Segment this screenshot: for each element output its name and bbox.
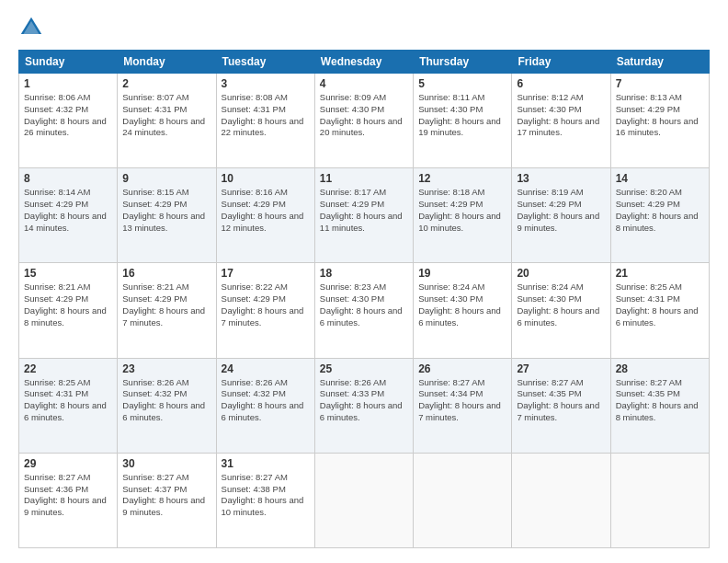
day-number: 29 [24, 457, 112, 470]
day-number: 8 [24, 172, 112, 185]
day-info: Sunrise: 8:27 AMSunset: 4:36 PMDaylight:… [24, 472, 107, 517]
calendar-cell: 23 Sunrise: 8:26 AMSunset: 4:32 PMDaylig… [118, 358, 216, 453]
calendar-cell: 21 Sunrise: 8:25 AMSunset: 4:31 PMDaylig… [610, 263, 709, 358]
day-info: Sunrise: 8:27 AMSunset: 4:34 PMDaylight:… [418, 377, 501, 422]
day-info: Sunrise: 8:24 AMSunset: 4:30 PMDaylight:… [517, 282, 599, 327]
calendar-cell: 17 Sunrise: 8:22 AMSunset: 4:29 PMDaylig… [216, 263, 314, 358]
day-info: Sunrise: 8:16 AMSunset: 4:29 PMDaylight:… [222, 187, 304, 232]
day-number: 19 [418, 267, 506, 280]
day-info: Sunrise: 8:07 AMSunset: 4:31 PMDaylight:… [122, 92, 205, 137]
day-number: 15 [24, 267, 112, 280]
day-number: 9 [122, 172, 210, 185]
calendar-cell: 31 Sunrise: 8:27 AMSunset: 4:38 PMDaylig… [216, 453, 314, 547]
day-info: Sunrise: 8:17 AMSunset: 4:29 PMDaylight:… [320, 187, 403, 232]
day-number: 5 [418, 77, 506, 90]
calendar-cell: 30 Sunrise: 8:27 AMSunset: 4:37 PMDaylig… [118, 453, 216, 547]
day-number: 1 [24, 77, 112, 90]
day-info: Sunrise: 8:25 AMSunset: 4:31 PMDaylight:… [616, 282, 699, 327]
day-number: 7 [616, 77, 704, 90]
calendar-cell: 9 Sunrise: 8:15 AMSunset: 4:29 PMDayligh… [118, 168, 216, 263]
day-number: 24 [222, 362, 310, 375]
day-info: Sunrise: 8:14 AMSunset: 4:29 PMDaylight:… [24, 187, 107, 232]
day-info: Sunrise: 8:19 AMSunset: 4:29 PMDaylight:… [517, 187, 599, 232]
day-info: Sunrise: 8:13 AMSunset: 4:29 PMDaylight:… [616, 92, 699, 137]
day-number: 14 [616, 172, 704, 185]
col-header-thursday: Thursday [414, 51, 512, 74]
day-info: Sunrise: 8:18 AMSunset: 4:29 PMDaylight:… [418, 187, 501, 232]
day-number: 3 [222, 77, 310, 90]
day-number: 18 [320, 267, 408, 280]
calendar-cell: 20 Sunrise: 8:24 AMSunset: 4:30 PMDaylig… [512, 263, 610, 358]
calendar-cell: 11 Sunrise: 8:17 AMSunset: 4:29 PMDaylig… [314, 168, 413, 263]
calendar-cell: 4 Sunrise: 8:09 AMSunset: 4:30 PMDayligh… [314, 74, 413, 168]
col-header-monday: Monday [118, 51, 216, 74]
day-number: 21 [616, 267, 704, 280]
calendar-cell: 22 Sunrise: 8:25 AMSunset: 4:31 PMDaylig… [19, 358, 118, 453]
calendar-cell: 29 Sunrise: 8:27 AMSunset: 4:36 PMDaylig… [19, 453, 118, 547]
col-header-friday: Friday [512, 51, 610, 74]
calendar-cell: 16 Sunrise: 8:21 AMSunset: 4:29 PMDaylig… [118, 263, 216, 358]
calendar-cell: 26 Sunrise: 8:27 AMSunset: 4:34 PMDaylig… [414, 358, 512, 453]
day-number: 6 [517, 77, 605, 90]
col-header-tuesday: Tuesday [216, 51, 314, 74]
day-number: 11 [320, 172, 408, 185]
day-info: Sunrise: 8:26 AMSunset: 4:32 PMDaylight:… [222, 377, 304, 422]
day-info: Sunrise: 8:21 AMSunset: 4:29 PMDaylight:… [24, 282, 107, 327]
day-number: 27 [517, 362, 605, 375]
day-number: 4 [320, 77, 408, 90]
day-info: Sunrise: 8:27 AMSunset: 4:37 PMDaylight:… [122, 472, 205, 517]
day-number: 31 [222, 457, 310, 470]
calendar-cell: 13 Sunrise: 8:19 AMSunset: 4:29 PMDaylig… [512, 168, 610, 263]
calendar-cell [314, 453, 413, 547]
calendar-cell: 24 Sunrise: 8:26 AMSunset: 4:32 PMDaylig… [216, 358, 314, 453]
day-number: 16 [122, 267, 210, 280]
day-number: 20 [517, 267, 605, 280]
day-number: 17 [222, 267, 310, 280]
day-info: Sunrise: 8:25 AMSunset: 4:31 PMDaylight:… [24, 377, 107, 422]
day-info: Sunrise: 8:23 AMSunset: 4:30 PMDaylight:… [320, 282, 403, 327]
day-number: 22 [24, 362, 112, 375]
calendar-cell [414, 453, 512, 547]
day-info: Sunrise: 8:27 AMSunset: 4:35 PMDaylight:… [616, 377, 699, 422]
col-header-sunday: Sunday [19, 51, 118, 74]
calendar-cell: 19 Sunrise: 8:24 AMSunset: 4:30 PMDaylig… [414, 263, 512, 358]
calendar-cell: 15 Sunrise: 8:21 AMSunset: 4:29 PMDaylig… [19, 263, 118, 358]
col-header-wednesday: Wednesday [314, 51, 413, 74]
calendar-cell: 14 Sunrise: 8:20 AMSunset: 4:29 PMDaylig… [610, 168, 709, 263]
day-info: Sunrise: 8:09 AMSunset: 4:30 PMDaylight:… [320, 92, 403, 137]
day-number: 26 [418, 362, 506, 375]
calendar-cell: 1 Sunrise: 8:06 AMSunset: 4:32 PMDayligh… [19, 74, 118, 168]
col-header-saturday: Saturday [610, 51, 709, 74]
calendar-cell [512, 453, 610, 547]
calendar-cell [610, 453, 709, 547]
day-number: 2 [122, 77, 210, 90]
day-info: Sunrise: 8:26 AMSunset: 4:33 PMDaylight:… [320, 377, 403, 422]
day-info: Sunrise: 8:22 AMSunset: 4:29 PMDaylight:… [222, 282, 304, 327]
day-info: Sunrise: 8:06 AMSunset: 4:32 PMDaylight:… [24, 92, 107, 137]
day-number: 10 [222, 172, 310, 185]
calendar-cell: 27 Sunrise: 8:27 AMSunset: 4:35 PMDaylig… [512, 358, 610, 453]
calendar-cell: 10 Sunrise: 8:16 AMSunset: 4:29 PMDaylig… [216, 168, 314, 263]
day-info: Sunrise: 8:27 AMSunset: 4:38 PMDaylight:… [222, 472, 304, 517]
logo-icon [18, 15, 44, 40]
calendar-cell: 28 Sunrise: 8:27 AMSunset: 4:35 PMDaylig… [610, 358, 709, 453]
day-number: 28 [616, 362, 704, 375]
day-number: 13 [517, 172, 605, 185]
day-info: Sunrise: 8:26 AMSunset: 4:32 PMDaylight:… [122, 377, 205, 422]
calendar-cell: 12 Sunrise: 8:18 AMSunset: 4:29 PMDaylig… [414, 168, 512, 263]
calendar-cell: 7 Sunrise: 8:13 AMSunset: 4:29 PMDayligh… [610, 74, 709, 168]
calendar-cell: 8 Sunrise: 8:14 AMSunset: 4:29 PMDayligh… [19, 168, 118, 263]
calendar-table: SundayMondayTuesdayWednesdayThursdayFrid… [18, 50, 710, 548]
header [18, 15, 710, 40]
page: SundayMondayTuesdayWednesdayThursdayFrid… [0, 0, 728, 563]
day-info: Sunrise: 8:27 AMSunset: 4:35 PMDaylight:… [517, 377, 599, 422]
day-info: Sunrise: 8:24 AMSunset: 4:30 PMDaylight:… [418, 282, 501, 327]
day-info: Sunrise: 8:08 AMSunset: 4:31 PMDaylight:… [222, 92, 304, 137]
day-info: Sunrise: 8:12 AMSunset: 4:30 PMDaylight:… [517, 92, 599, 137]
calendar-cell: 3 Sunrise: 8:08 AMSunset: 4:31 PMDayligh… [216, 74, 314, 168]
calendar-cell: 6 Sunrise: 8:12 AMSunset: 4:30 PMDayligh… [512, 74, 610, 168]
day-info: Sunrise: 8:21 AMSunset: 4:29 PMDaylight:… [122, 282, 205, 327]
day-number: 25 [320, 362, 408, 375]
day-number: 12 [418, 172, 506, 185]
calendar-cell: 18 Sunrise: 8:23 AMSunset: 4:30 PMDaylig… [314, 263, 413, 358]
